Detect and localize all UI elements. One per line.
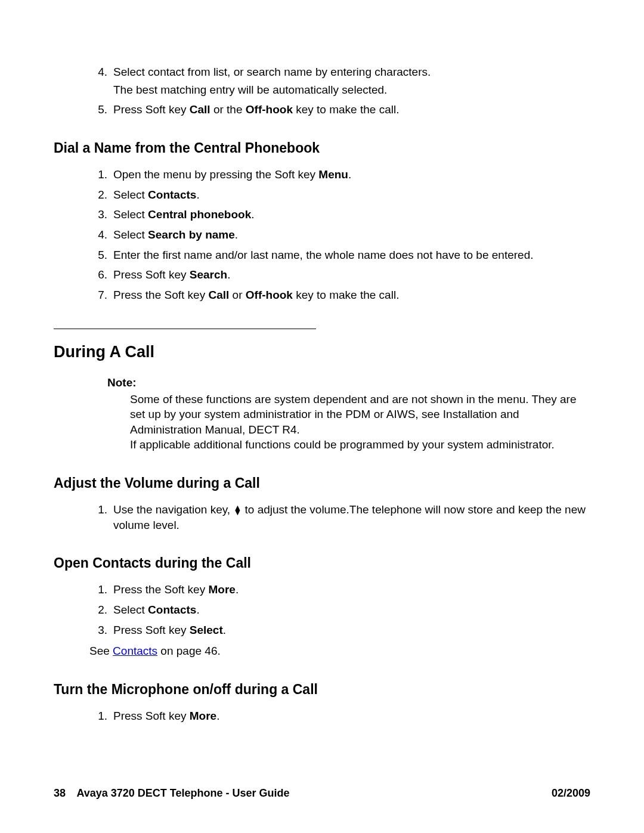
bold-text: Contacts — [148, 188, 196, 201]
list-item: 5.Enter the first name and/or last name,… — [54, 247, 590, 263]
list-item-number: 4. — [89, 227, 107, 243]
list-item-line: Enter the first name and/or last name, t… — [113, 247, 590, 263]
footer-left: 38 Avaya 3720 DECT Telephone - User Guid… — [54, 787, 290, 800]
list-item-line: Press Soft key More. — [113, 708, 590, 724]
note-body: Some of these functions are system depen… — [130, 392, 590, 453]
list-item-body: Use the navigation key, to adjust the vo… — [113, 502, 590, 532]
footer-date: 02/2009 — [552, 787, 590, 800]
list-item-line: Press Soft key Select. — [113, 623, 590, 638]
bold-text: Contacts — [148, 603, 196, 616]
bold-text: More — [208, 583, 235, 596]
list-item-body: Open the menu by pressing the Soft key M… — [113, 167, 590, 182]
list-item-number: 5. — [89, 102, 107, 117]
bold-text: Call — [208, 289, 229, 301]
heading-adjust-volume: Adjust the Volume during a Call — [54, 474, 590, 493]
heading-open-contacts: Open Contacts during the Call — [54, 554, 590, 572]
list-item: 1.Press Soft key More. — [54, 708, 590, 724]
contacts-link[interactable]: Contacts — [113, 645, 157, 657]
list-item-number: 5. — [89, 247, 107, 263]
turn-mic-list: 1.Press Soft key More. — [54, 708, 590, 724]
see-contacts-line: See Contacts on page 46. — [89, 643, 590, 659]
list-item: 2.Select Contacts. — [54, 602, 590, 618]
updown-icon — [233, 505, 242, 515]
list-item-number: 7. — [89, 287, 107, 303]
divider-rule — [54, 329, 316, 329]
list-item: 1.Open the menu by pressing the Soft key… — [54, 167, 590, 182]
list-item-line: Select Central phonebook. — [113, 207, 590, 222]
heading-dial-name: Dial a Name from the Central Phonebook — [54, 139, 590, 157]
list-item: 4.Select Search by name. — [54, 227, 590, 243]
list-item-line: Select Contacts. — [113, 187, 590, 203]
list-item: 1.Press the Soft key More. — [54, 582, 590, 597]
list-item-line: Press the Soft key More. — [113, 582, 590, 597]
heading-turn-mic: Turn the Microphone on/off during a Call — [54, 680, 590, 699]
list-item-body: Select Contacts. — [113, 602, 590, 618]
bold-text: Call — [190, 103, 210, 116]
list-item-line: Select Search by name. — [113, 227, 590, 243]
list-item-body: Enter the first name and/or last name, t… — [113, 247, 590, 263]
list-item-number: 6. — [89, 267, 107, 283]
list-item-line: Use the navigation key, to adjust the vo… — [113, 502, 590, 532]
list-item-body: Select Contacts. — [113, 187, 590, 203]
adjust-volume-list: 1.Use the navigation key, to adjust the … — [54, 502, 590, 532]
page-number: 38 — [54, 787, 66, 799]
bold-text: Central phonebook — [148, 208, 251, 221]
footer-doc-title: Avaya 3720 DECT Telephone - User Guide — [76, 787, 289, 799]
bold-text: Off-hook — [246, 289, 293, 301]
continued-list: 4.Select contact from list, or search na… — [54, 64, 590, 117]
see-suffix: on page 46. — [157, 645, 221, 657]
page-footer: 38 Avaya 3720 DECT Telephone - User Guid… — [54, 787, 590, 800]
list-item-body: Press Soft key More. — [113, 708, 590, 724]
list-item-body: Press Soft key Search. — [113, 267, 590, 283]
list-item-body: Select contact from list, or search name… — [113, 64, 590, 97]
list-item-line: Press Soft key Call or the Off-hook key … — [113, 102, 590, 117]
document-page: 4.Select contact from list, or search na… — [0, 0, 644, 833]
list-item-body: Select Search by name. — [113, 227, 590, 243]
note-block: Note: Some of these functions are system… — [107, 375, 590, 453]
list-item-line: Select contact from list, or search name… — [113, 64, 590, 80]
list-item-body: Press Soft key Select. — [113, 623, 590, 638]
list-item-body: Press the Soft key Call or Off-hook key … — [113, 287, 590, 303]
list-item-line: Press Soft key Search. — [113, 267, 590, 283]
list-item-number: 3. — [89, 623, 107, 638]
list-item: 2.Select Contacts. — [54, 187, 590, 203]
bold-text: Select — [190, 624, 223, 636]
list-item-number: 4. — [89, 64, 107, 80]
list-item-number: 1. — [89, 167, 107, 182]
list-item-number: 2. — [89, 187, 107, 203]
list-item-number: 1. — [89, 502, 107, 518]
bold-text: Menu — [318, 168, 348, 181]
list-item: 3.Select Central phonebook. — [54, 207, 590, 222]
list-item: 4.Select contact from list, or search na… — [54, 64, 590, 97]
dial-name-list: 1.Open the menu by pressing the Soft key… — [54, 167, 590, 302]
list-item-line: Select Contacts. — [113, 602, 590, 618]
list-item-body: Press Soft key Call or the Off-hook key … — [113, 102, 590, 117]
list-item: 5.Press Soft key Call or the Off-hook ke… — [54, 102, 590, 117]
bold-text: More — [190, 710, 216, 722]
list-item-line: The best matching entry will be automati… — [113, 82, 590, 98]
page-content: 4.Select contact from list, or search na… — [54, 64, 590, 724]
list-item-number: 3. — [89, 207, 107, 222]
list-item-line: Open the menu by pressing the Soft key M… — [113, 167, 590, 182]
list-item-number: 1. — [89, 708, 107, 724]
open-contacts-list: 1.Press the Soft key More.2.Select Conta… — [54, 582, 590, 637]
list-item-number: 2. — [89, 602, 107, 618]
bold-text: Search — [190, 268, 227, 281]
bold-text: Search by name — [148, 228, 235, 241]
list-item-body: Select Central phonebook. — [113, 207, 590, 222]
list-item: 3.Press Soft key Select. — [54, 623, 590, 638]
list-item-body: Press the Soft key More. — [113, 582, 590, 597]
list-item: 1.Use the navigation key, to adjust the … — [54, 502, 590, 532]
list-item-number: 1. — [89, 582, 107, 597]
note-label: Note: — [107, 375, 590, 391]
heading-during-call: During A Call — [54, 341, 590, 363]
list-item: 7.Press the Soft key Call or Off-hook ke… — [54, 287, 590, 303]
bold-text: Off-hook — [246, 103, 293, 116]
list-item: 6.Press Soft key Search. — [54, 267, 590, 283]
list-item-line: Press the Soft key Call or Off-hook key … — [113, 287, 590, 303]
see-prefix: See — [89, 645, 113, 657]
